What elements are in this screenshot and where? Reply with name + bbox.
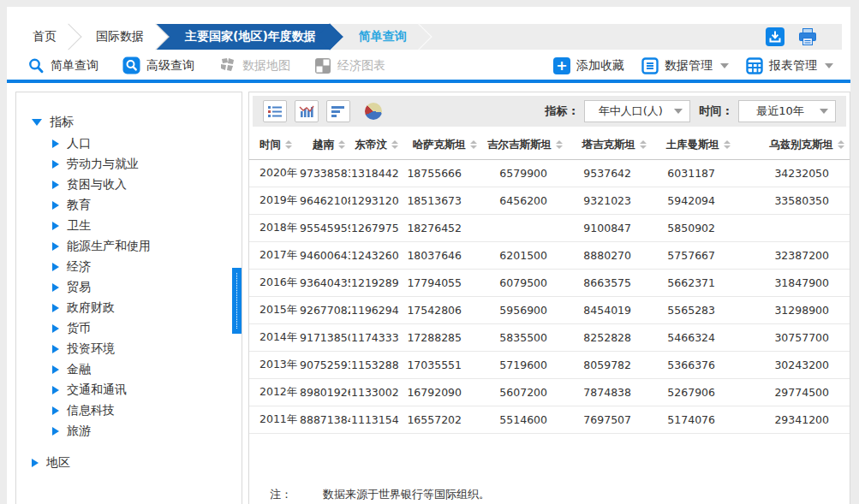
sidebar-item-5[interactable]: 能源生产和使用 <box>52 236 242 257</box>
table-cell: 2019年 <box>249 187 299 215</box>
time-filter-label: 时间 : <box>699 104 730 119</box>
table-cell: 30243200 <box>736 352 850 379</box>
column-header-0[interactable]: 时间 <box>249 130 299 160</box>
indicator-children: 人口劳动力与就业贫困与收入教育卫生能源生产和使用经济贸易政府财政货币投资环境金融… <box>52 133 242 442</box>
breadcrumb-tab-annual-data-active[interactable]: 主要国家(地区)年度数据 <box>156 24 330 50</box>
pie-view-icon[interactable] <box>365 103 382 120</box>
indicator-select[interactable]: 年中人口(人) <box>584 100 690 122</box>
bar-chart-view-icon[interactable] <box>295 100 319 122</box>
table-cell: 1153288 <box>350 352 403 379</box>
sidebar-item-3[interactable]: 教育 <box>52 195 242 216</box>
sidebar-item-7[interactable]: 贸易 <box>52 277 242 298</box>
breadcrumb-label: 国际数据 <box>96 29 144 44</box>
chevron-collapsed-icon <box>52 242 59 251</box>
column-header-3[interactable]: 哈萨克斯坦 <box>403 130 482 160</box>
chevron-down-icon <box>720 63 729 68</box>
data-map-label: 数据地图 <box>242 58 290 74</box>
toolbar-right: + 添加收藏 数据管理 报表管理 <box>553 57 842 74</box>
sidebar-item-2[interactable]: 贫困与收入 <box>52 175 242 195</box>
indicator-tree: 指标 人口劳动力与就业贫困与收入教育卫生能源生产和使用经济贸易政府财政货币投资环… <box>16 92 242 474</box>
search-filled-icon <box>122 56 140 74</box>
sidebar-item-8[interactable]: 政府财政 <box>52 298 242 318</box>
sidebar-item-indicators[interactable]: 指标 <box>32 111 242 133</box>
table-cell: 5366376 <box>652 352 736 379</box>
time-select[interactable]: 最近10年 <box>738 100 836 122</box>
advanced-query-button[interactable]: 高级查询 <box>122 56 194 74</box>
table-cell: 2020年 <box>249 160 299 187</box>
simple-query-button[interactable]: 简单查询 <box>27 57 98 74</box>
sidebar-item-11[interactable]: 金融 <box>52 359 242 380</box>
table-cell: 8252828 <box>568 324 652 352</box>
sidebar-item-label: 人口 <box>67 136 91 151</box>
table-cell: 17035551 <box>403 352 482 379</box>
sidebar-item-6[interactable]: 经济 <box>52 257 242 277</box>
print-icon[interactable] <box>797 27 818 47</box>
table-cell: 31298900 <box>736 297 850 324</box>
sidebar-item-label: 能源生产和使用 <box>67 239 151 254</box>
sidebar-item-0[interactable]: 人口 <box>52 133 242 154</box>
column-header-7[interactable]: 乌兹别克斯坦 <box>736 130 850 160</box>
table-cell: 9537642 <box>568 160 652 187</box>
breadcrumb-label: 简单查询 <box>359 29 407 44</box>
chevron-collapsed-icon <box>52 324 59 333</box>
table-cell <box>482 215 568 242</box>
download-icon[interactable] <box>765 27 785 47</box>
table-cell: 5514600 <box>482 406 568 434</box>
report-manage-button[interactable]: 报表管理 <box>746 57 833 74</box>
data-table: 时间越南东帝汶哈萨克斯坦吉尔吉斯斯坦塔吉克斯坦土库曼斯坦乌兹别克斯坦 2020年… <box>249 130 850 434</box>
table-cell: 18037646 <box>403 242 482 270</box>
add-favorite-label: 添加收藏 <box>576 58 624 74</box>
sidebar-item-12[interactable]: 交通和通讯 <box>52 380 242 400</box>
sidebar-item-label: 劳动力与就业 <box>67 157 139 172</box>
table-header-row: 时间越南东帝汶哈萨克斯坦吉尔吉斯斯坦塔吉克斯坦土库曼斯坦乌兹别克斯坦 <box>249 130 850 160</box>
sidebar-item-13[interactable]: 信息科技 <box>52 400 242 421</box>
sidebar-scrollbar-thumb[interactable] <box>232 268 242 334</box>
add-favorite-button[interactable]: + 添加收藏 <box>553 57 624 74</box>
chevron-collapsed-icon <box>52 386 59 394</box>
sidebar-item-regions[interactable]: 地区 <box>32 452 242 474</box>
table-row: 2013年90752593115328817035551571960080597… <box>249 352 850 379</box>
table-cell: 95545959 <box>299 215 350 242</box>
sidebar-item-9[interactable]: 货币 <box>52 318 242 339</box>
column-header-4[interactable]: 吉尔吉斯斯坦 <box>482 130 568 160</box>
table-cell: 5942094 <box>652 187 736 215</box>
table-cell: 1133002 <box>350 379 403 406</box>
table-cell: 18276452 <box>403 215 482 242</box>
sidebar-item-14[interactable]: 旅游 <box>52 421 242 442</box>
sidebar-item-label: 教育 <box>67 198 91 213</box>
sort-icon <box>391 140 398 149</box>
data-map-button: 数据地图 <box>218 56 290 74</box>
list-view-icon[interactable] <box>263 100 287 122</box>
table-cell: 5267906 <box>652 379 736 406</box>
column-header-1[interactable]: 越南 <box>299 130 350 160</box>
sidebar-item-10[interactable]: 投资环境 <box>52 339 242 359</box>
sidebar-item-label: 地区 <box>46 455 70 471</box>
column-header-6[interactable]: 土库曼斯坦 <box>652 130 736 160</box>
breadcrumb-tab-home[interactable]: 首页 <box>15 24 69 50</box>
column-header-2[interactable]: 东帝汶 <box>350 130 403 160</box>
sidebar-item-label: 贫困与收入 <box>67 177 127 193</box>
sort-icon <box>285 140 292 149</box>
breadcrumb-label: 主要国家(地区)年度数据 <box>185 29 316 44</box>
table-cell: 2013年 <box>249 352 299 379</box>
table-cell: 6079500 <box>482 270 568 297</box>
hbar-view-icon[interactable] <box>326 100 350 122</box>
sidebar-item-label: 货币 <box>67 321 91 336</box>
table-cell: 92677082 <box>299 297 350 324</box>
column-header-5[interactable]: 塔吉克斯坦 <box>568 130 652 160</box>
advanced-query-label: 高级查询 <box>146 58 194 74</box>
sidebar-item-1[interactable]: 劳动力与就业 <box>52 154 242 175</box>
table-row: 2016年93640435121928917794055607950086635… <box>249 270 850 297</box>
table-cell: 17542806 <box>403 297 482 324</box>
sidebar-item-label: 卫生 <box>67 218 91 234</box>
search-outline-icon <box>27 57 45 74</box>
table-cell: 2011年 <box>249 406 299 434</box>
report-manage-label: 报表管理 <box>769 58 817 74</box>
sidebar-item-4[interactable]: 卫生 <box>52 216 242 236</box>
table-cell: 5565283 <box>652 297 736 324</box>
table-cell: 30757700 <box>736 324 850 352</box>
economic-chart-label: 经济图表 <box>337 58 385 74</box>
sidebar-item-label: 信息科技 <box>67 403 115 418</box>
data-manage-button[interactable]: 数据管理 <box>641 57 729 74</box>
table-cell: 5850902 <box>652 215 736 242</box>
